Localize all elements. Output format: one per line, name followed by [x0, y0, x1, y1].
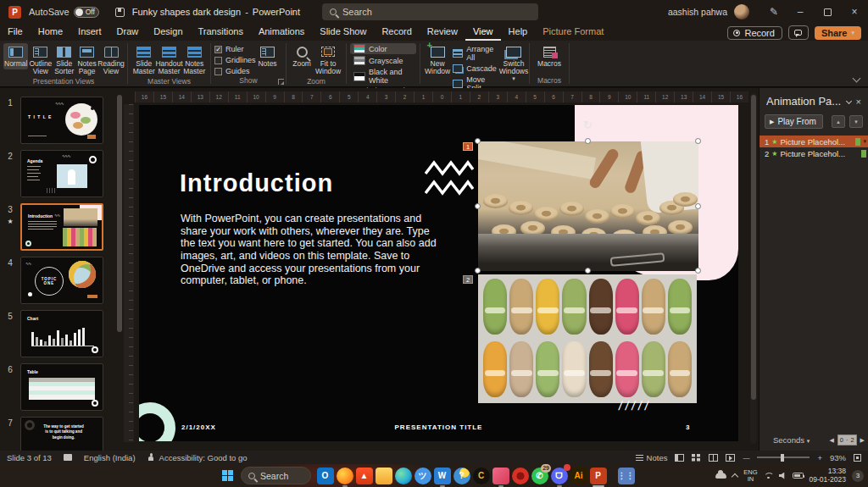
tab-review[interactable]: Review [420, 24, 465, 41]
autosave-control[interactable]: AutoSave Off [29, 7, 99, 18]
animation-item-2[interactable]: 2 ★ Picture Placehol... [760, 147, 868, 159]
switch-windows-button[interactable]: Switch Windows ▾ [498, 43, 529, 85]
slide-footer-title[interactable]: PRESENTATION TITLE [139, 423, 738, 431]
resize-handle-nw[interactable] [475, 138, 481, 144]
black-and-white-button[interactable]: Black and White [350, 67, 416, 86]
tab-file[interactable]: File [0, 24, 31, 41]
animation-order-badge-2[interactable]: 2 [463, 275, 473, 284]
reading-view-button[interactable]: Reading View [98, 43, 124, 76]
minimize-button[interactable]: – [787, 0, 814, 24]
notes-button[interactable]: Notes [256, 43, 280, 69]
firefox-icon[interactable] [335, 464, 354, 487]
tab-slideshow[interactable]: Slide Show [312, 24, 374, 41]
guides-checkbox[interactable]: Guides [214, 67, 256, 75]
resize-handle-se[interactable] [695, 268, 701, 274]
macros-button[interactable]: Macros [534, 43, 565, 69]
zoom-in-button[interactable]: + [817, 453, 822, 462]
timing-bar[interactable] [855, 138, 860, 146]
discord-icon[interactable]: ᗜ [549, 464, 569, 487]
timeline-left-arrow[interactable]: ◀ [829, 437, 833, 444]
arrange-all-button[interactable]: Arrange All [451, 44, 498, 63]
avatar[interactable] [734, 4, 749, 19]
taskbar-search[interactable]: Search [241, 467, 311, 484]
app-blue-icon[interactable]: ツ [413, 464, 432, 487]
cascade-button[interactable]: Cascade [451, 64, 498, 74]
notification-badge[interactable]: 3 [852, 470, 864, 482]
close-button[interactable]: × [841, 0, 868, 24]
timing-bar[interactable] [861, 150, 866, 158]
slashes-decoration[interactable]: ///// [618, 398, 653, 412]
tab-help[interactable]: Help [501, 24, 536, 41]
autosave-toggle[interactable]: Off [74, 7, 99, 18]
maximize-button[interactable] [814, 0, 841, 24]
normal-view-button[interactable] [675, 454, 684, 462]
ruler-checkbox[interactable]: ✓Ruler [214, 45, 256, 53]
new-window-button[interactable]: New Window [424, 43, 451, 76]
picture-placeholder-bagels[interactable] [478, 141, 698, 271]
move-earlier-button[interactable]: ▲ [832, 115, 845, 128]
normal-view-button[interactable]: Normal [3, 43, 28, 69]
timeline-right-arrow[interactable]: ▶ [860, 437, 865, 444]
spellcheck-icon[interactable] [64, 454, 72, 461]
search-input[interactable]: Search [322, 3, 538, 20]
slide-counter[interactable]: Slide 3 of 13 [7, 453, 52, 462]
animation-item-1[interactable]: 1 ★ Picture Placehol... ▾ [760, 136, 868, 147]
slide-master-button[interactable]: Slide Master [131, 43, 157, 76]
grayscale-button[interactable]: Grayscale [350, 55, 416, 66]
file-explorer-icon[interactable] [374, 464, 393, 487]
resize-handle-w[interactable] [475, 203, 481, 209]
language-switcher[interactable]: ENGIN [743, 469, 757, 483]
zoom-slider[interactable] [757, 457, 810, 458]
reading-view-button[interactable] [709, 454, 718, 462]
rotate-handle[interactable]: ↻ [583, 119, 593, 131]
powerpoint-logo-icon[interactable]: P [8, 6, 21, 19]
clock[interactable]: 13:3809-01-2023 [810, 468, 846, 484]
slide-body-text[interactable]: With PowerPoint, you can create presenta… [181, 213, 438, 287]
slide-sorter-button[interactable]: Slide Sorter [53, 43, 75, 76]
tab-transitions[interactable]: Transitions [191, 24, 251, 41]
handout-master-button[interactable]: Handout Master [157, 43, 182, 76]
whatsapp-icon[interactable]: ✆29 [530, 464, 549, 487]
tab-view[interactable]: View [465, 24, 501, 41]
gridlines-checkbox[interactable]: Gridlines [214, 56, 256, 64]
accessibility-status[interactable]: Accessibility: Good to go [147, 453, 248, 462]
resize-handle-s[interactable] [585, 268, 591, 274]
edge-icon[interactable] [393, 464, 413, 487]
chevron-down-icon[interactable]: ▾ [863, 138, 866, 145]
resize-handle-e[interactable] [695, 203, 701, 209]
slide-title-text[interactable]: Introduction [180, 169, 333, 197]
animation-order-badge-1[interactable]: 1 [463, 142, 473, 151]
picture-placeholder-macarons[interactable] [478, 274, 697, 403]
dialog-launcher-icon[interactable] [278, 79, 284, 85]
onedrive-icon[interactable] [715, 473, 726, 479]
volume-icon[interactable] [779, 473, 787, 479]
ring-decoration[interactable] [139, 402, 175, 441]
resize-handle-n[interactable] [585, 138, 591, 144]
notes-page-button[interactable]: Notes Page [75, 43, 98, 76]
outline-view-button[interactable]: Outline View [28, 43, 53, 76]
zoom-percentage[interactable]: 93% [830, 453, 846, 462]
slide-canvas[interactable]: Introduction With PowerPoint, you can cr… [139, 105, 738, 441]
zoom-button[interactable]: Zoom [290, 43, 314, 69]
zoom-slider-thumb[interactable] [781, 454, 784, 462]
tray-overflow-icon[interactable] [732, 473, 738, 480]
move-later-button[interactable]: ▼ [849, 115, 863, 128]
record-button[interactable]: Record [727, 26, 782, 40]
pen-icon[interactable]: ✎ [761, 6, 787, 18]
tab-record[interactable]: Record [374, 24, 419, 41]
notes-toggle[interactable]: Notes [636, 453, 668, 462]
color-button[interactable]: Color [350, 43, 416, 54]
slide-thumbnail-3[interactable]: Introduction ∿∿ [20, 203, 103, 251]
fit-slide-icon[interactable] [854, 454, 861, 462]
tab-draw[interactable]: Draw [109, 24, 147, 41]
slide-sorter-view-button[interactable] [692, 454, 701, 462]
zoom-out-button[interactable]: — [743, 454, 749, 462]
tab-design[interactable]: Design [146, 24, 190, 41]
slide-thumbnail-2[interactable]: Agenda ∿∿∿ [20, 150, 103, 197]
photos-app-icon[interactable] [491, 464, 510, 487]
powerpoint-icon[interactable]: P [588, 464, 608, 487]
user-name[interactable]: aashish pahwa [668, 7, 727, 17]
play-from-button[interactable]: ▶ Play From [765, 114, 823, 129]
comments-button[interactable] [788, 25, 809, 40]
tab-home[interactable]: Home [31, 24, 70, 41]
